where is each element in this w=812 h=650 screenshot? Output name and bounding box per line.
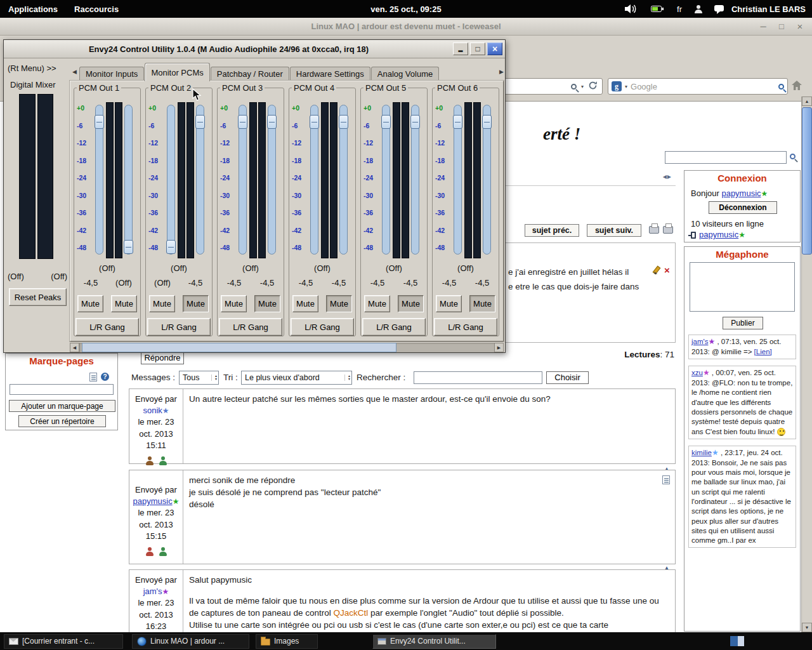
profile-link[interactable]: papymusic [721, 189, 761, 198]
shout-author-link[interactable]: kimilie [691, 449, 712, 456]
tabs-scroll-left-icon[interactable] [70, 69, 79, 75]
choose-button[interactable]: Choisir [546, 371, 589, 384]
online-user-link[interactable]: papymusic [699, 230, 738, 239]
help-icon[interactable] [101, 373, 109, 381]
publish-button[interactable]: Publier [723, 317, 763, 329]
mute-left-button[interactable]: Mute [292, 295, 318, 312]
messages-filter-select[interactable]: Tous [179, 371, 219, 385]
mute-right-button[interactable]: Mute [469, 295, 495, 312]
google-engine-icon[interactable]: g [612, 81, 622, 91]
collapse-toggle-icon[interactable] [663, 174, 672, 180]
mute-left-button[interactable]: Mute [77, 295, 103, 312]
mute-right-button[interactable]: Mute [398, 295, 424, 312]
volume-icon[interactable] [624, 4, 637, 14]
maximize-icon[interactable] [470, 43, 485, 55]
fader-right[interactable] [483, 105, 491, 255]
fader-left[interactable] [310, 105, 318, 255]
mute-right-button[interactable]: Mute [111, 295, 137, 312]
fader-handle[interactable] [238, 115, 247, 129]
lr-gang-button[interactable]: L/R Gang [291, 318, 354, 336]
chat-bubble-icon[interactable] [714, 4, 725, 14]
fader-left[interactable] [239, 105, 247, 255]
delete-post-icon[interactable]: × [664, 266, 670, 275]
scrollbar-thumb[interactable] [802, 107, 812, 255]
tab-analog-volume[interactable]: Analog Volume [371, 67, 439, 81]
lr-gang-button[interactable]: L/R Gang [147, 318, 211, 336]
fader-handle[interactable] [124, 240, 133, 254]
tab-monitor-inputs[interactable]: Monitor Inputs [79, 67, 144, 81]
reload-icon[interactable] [588, 81, 598, 93]
browser-vertical-scrollbar[interactable] [801, 96, 812, 632]
mute-left-button[interactable]: Mute [149, 295, 175, 312]
fader-handle[interactable] [267, 115, 277, 129]
maximize-icon[interactable] [777, 22, 786, 31]
mute-right-button[interactable]: Mute [183, 295, 209, 312]
mute-right-button[interactable]: Mute [254, 295, 280, 312]
wiki-link[interactable]: QJackCtl [333, 608, 368, 618]
site-search-input[interactable] [665, 151, 787, 164]
shout-author-link[interactable]: jam's [691, 338, 708, 345]
chevron-down-icon[interactable]: ▾ [581, 84, 584, 90]
prev-topic-button[interactable]: sujet préc. [525, 224, 579, 237]
url-bar[interactable]: ▾ [500, 78, 603, 95]
task-browser-window[interactable]: Linux MAO | ardour ... [132, 634, 249, 649]
scroll-left-arrow[interactable] [70, 343, 79, 352]
sort-select[interactable]: Le plus vieux d'abord [241, 371, 352, 385]
fader-left[interactable] [382, 105, 390, 255]
scroll-up-arrow[interactable] [802, 96, 812, 106]
add-bookmark-button[interactable]: Ajouter un marque-page [9, 400, 115, 412]
search-go-icon[interactable] [778, 84, 784, 90]
bookmark-input[interactable] [10, 384, 114, 395]
quote-icon[interactable] [662, 475, 670, 484]
scrollbar-track[interactable] [79, 343, 494, 352]
mute-left-button[interactable]: Mute [436, 295, 462, 312]
shout-author-link[interactable]: xzu [691, 369, 703, 376]
envy24-titlebar[interactable]: Envy24 Control Utility 1.0.4 (M Audio Au… [4, 40, 505, 58]
fader-right[interactable] [268, 105, 276, 255]
user-menu[interactable]: Christian LE BARS [731, 4, 806, 14]
author-link[interactable]: sonik [143, 406, 162, 415]
topic-search-input[interactable] [414, 371, 542, 384]
fader-left[interactable] [454, 105, 462, 255]
lr-gang-button[interactable]: L/R Gang [434, 318, 497, 336]
horizontal-scrollbar[interactable] [70, 343, 504, 352]
fader-right[interactable] [411, 105, 419, 255]
minimize-icon[interactable] [453, 43, 468, 55]
home-icon[interactable] [791, 80, 802, 93]
fader-left[interactable] [167, 105, 175, 255]
close-icon[interactable] [796, 21, 804, 32]
fader-right[interactable] [124, 105, 133, 255]
fader-handle[interactable] [310, 115, 319, 129]
shout-link[interactable]: [Lien] [754, 348, 772, 355]
tabs-scroll-right-icon[interactable] [497, 69, 506, 75]
fader-left[interactable] [95, 105, 103, 255]
edit-icon[interactable] [89, 373, 97, 381]
mute-right-button[interactable]: Mute [326, 295, 352, 312]
reset-peaks-button[interactable]: Reset Peaks [9, 288, 67, 306]
user-presence-icon[interactable] [693, 4, 704, 14]
scrollbar-thumb[interactable] [82, 343, 396, 352]
battery-icon[interactable] [651, 6, 664, 12]
task-mail-window[interactable]: [Courrier entrant - c... [4, 634, 123, 649]
fader-handle[interactable] [339, 115, 348, 129]
task-images-window[interactable]: Images [256, 634, 318, 649]
print-version-icon[interactable] [663, 226, 673, 234]
site-search-icon[interactable] [790, 154, 796, 159]
fader-handle[interactable] [95, 115, 104, 129]
mute-left-button[interactable]: Mute [221, 295, 247, 312]
print-icon[interactable] [649, 226, 659, 234]
lr-gang-button[interactable]: L/R Gang [219, 318, 282, 336]
fader-handle[interactable] [166, 240, 176, 254]
close-icon[interactable] [487, 43, 502, 55]
keyboard-layout-indicator[interactable]: fr [677, 4, 682, 14]
workspace-switcher[interactable] [730, 635, 745, 647]
clock[interactable]: ven. 25 oct., 09:25 [370, 4, 441, 14]
create-folder-button[interactable]: Créer un répertoire [18, 415, 106, 427]
web-search-input[interactable]: g ▾ Google [608, 78, 788, 95]
tab-monitor-pcms[interactable]: Monitor PCMs [145, 63, 209, 81]
fader-right[interactable] [196, 105, 204, 255]
lr-gang-button[interactable]: L/R Gang [75, 318, 139, 336]
next-topic-button[interactable]: sujet suiv. [587, 224, 641, 237]
tab-patchbay-router[interactable]: Patchbay / Router [211, 67, 289, 81]
fader-handle[interactable] [410, 115, 420, 129]
